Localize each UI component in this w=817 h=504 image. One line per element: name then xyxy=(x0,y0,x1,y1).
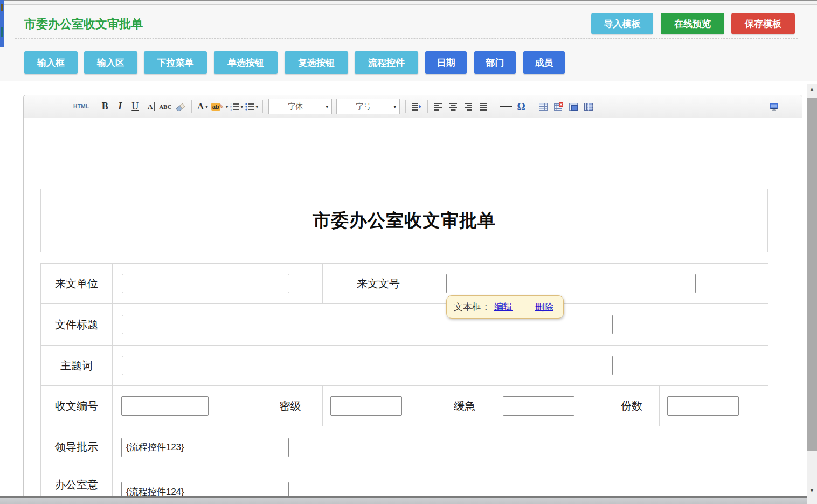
svg-text:3: 3 xyxy=(230,108,232,111)
strikethrough-button[interactable]: ABC xyxy=(159,99,172,114)
toolbar-separator xyxy=(262,100,263,113)
label-receipt-no: 收文编号 xyxy=(41,386,113,426)
editor-toolbar: HTML B I U A ABC A ab✎ 123 字体 xyxy=(24,95,802,118)
highlight-color-button[interactable]: ab✎ xyxy=(211,99,228,114)
label-file-title: 文件标题 xyxy=(41,304,113,346)
bold-button[interactable]: B xyxy=(99,99,112,114)
insert-table-button[interactable] xyxy=(537,99,550,114)
table-row: 文件标题 xyxy=(41,304,768,346)
table-properties-button[interactable] xyxy=(567,99,580,114)
control-checkbox-button[interactable]: 复选按钮 xyxy=(285,51,348,74)
toolbar-separator xyxy=(427,100,428,113)
cell-receipt-no xyxy=(113,386,258,426)
cell-leader-note xyxy=(113,426,768,468)
control-dropdown-button[interactable]: 下拉菜单 xyxy=(144,51,207,74)
align-left-button[interactable] xyxy=(432,99,445,114)
control-process-widget-button[interactable]: 流程控件 xyxy=(355,51,418,74)
unordered-list-icon xyxy=(245,102,254,111)
chevron-down-icon[interactable] xyxy=(390,99,399,114)
subject-input[interactable] xyxy=(122,356,613,375)
ordered-list-button[interactable]: 123 xyxy=(230,99,243,114)
cell-subject xyxy=(113,346,768,386)
sidebar-edge-fragment xyxy=(0,0,4,47)
chevron-down-icon[interactable] xyxy=(322,99,331,114)
secrecy-input[interactable] xyxy=(330,396,402,416)
indent-icon xyxy=(412,102,421,111)
window-bottom-edge xyxy=(0,496,817,504)
insert-table-icon xyxy=(539,102,548,111)
table-properties-icon xyxy=(569,102,578,111)
vertical-scrollbar[interactable] xyxy=(807,84,817,504)
source-unit-input[interactable] xyxy=(122,274,289,293)
cell-file-title xyxy=(113,304,768,346)
scroll-down-arrow-icon[interactable] xyxy=(807,488,817,493)
fullscreen-button[interactable] xyxy=(767,99,780,114)
label-subject: 主题词 xyxy=(41,346,113,386)
unordered-list-button[interactable] xyxy=(245,99,258,114)
online-preview-button[interactable]: 在线预览 xyxy=(661,13,724,34)
widget-tooltip: 文本框： 编辑 删除 xyxy=(446,295,564,319)
delete-table-button[interactable] xyxy=(552,99,565,114)
control-member-button[interactable]: 成员 xyxy=(523,51,565,74)
form-table: 来文单位 来文文号 文件标题 主题词 收文编号 密级 缓急 份数 领导批示 xyxy=(40,263,768,504)
header: 市委办公室收文审批单 导入模板 在线预览 保存模板 输入框 输入区 下拉菜单 单… xyxy=(0,5,817,81)
italic-button[interactable]: I xyxy=(114,99,127,114)
control-input-box-button[interactable]: 输入框 xyxy=(24,51,78,74)
page: 市委办公室收文审批单 导入模板 在线预览 保存模板 输入框 输入区 下拉菜单 单… xyxy=(0,0,817,504)
doc-number-input[interactable] xyxy=(446,274,696,293)
control-date-button[interactable]: 日期 xyxy=(425,51,467,74)
remove-format-button[interactable] xyxy=(174,99,187,114)
save-template-button[interactable]: 保存模板 xyxy=(731,13,795,34)
table-row: 主题词 xyxy=(41,346,768,386)
scroll-up-arrow-icon[interactable] xyxy=(807,86,817,92)
control-input-area-button[interactable]: 输入区 xyxy=(84,51,137,74)
copies-input[interactable] xyxy=(667,396,739,416)
cell-source-unit xyxy=(113,264,323,304)
table-row: 领导批示 xyxy=(41,426,768,468)
monitor-icon xyxy=(769,102,779,111)
control-radio-button[interactable]: 单选按钮 xyxy=(214,51,278,74)
indent-button[interactable] xyxy=(410,99,423,114)
special-character-button[interactable]: Ω xyxy=(515,99,528,114)
label-doc-number: 来文文号 xyxy=(323,264,434,304)
align-left-icon xyxy=(434,102,443,111)
receipt-no-input[interactable] xyxy=(121,396,209,416)
leader-note-input[interactable] xyxy=(121,438,289,457)
control-department-button[interactable]: 部门 xyxy=(474,51,516,74)
cell-secrecy xyxy=(323,386,434,426)
horizontal-rule-button[interactable] xyxy=(500,99,513,114)
label-copies: 份数 xyxy=(604,386,660,426)
ordered-list-icon: 123 xyxy=(230,102,239,111)
align-justify-button[interactable] xyxy=(477,99,490,114)
toolbar-separator xyxy=(191,100,192,113)
delete-link[interactable]: 删除 xyxy=(535,301,553,313)
toolbar-separator xyxy=(405,100,406,113)
label-urgency: 缓急 xyxy=(434,386,495,426)
character-border-button[interactable]: A xyxy=(144,99,157,114)
font-color-button[interactable]: A xyxy=(196,99,209,114)
header-divider xyxy=(15,38,798,39)
align-right-button[interactable] xyxy=(462,99,475,114)
underline-button[interactable]: U xyxy=(129,99,142,114)
cell-properties-button[interactable] xyxy=(582,99,595,114)
import-template-button[interactable]: 导入模板 xyxy=(591,13,653,34)
font-family-select[interactable]: 字体 xyxy=(268,99,332,114)
form-title-cell[interactable]: 市委办公室收文审批单 xyxy=(40,189,768,252)
align-right-icon xyxy=(465,102,473,111)
page-title: 市委办公室收文审批单 xyxy=(24,16,143,32)
font-size-select[interactable]: 字号 xyxy=(336,99,400,114)
toolbar-separator xyxy=(94,100,94,113)
label-secrecy: 密级 xyxy=(258,386,323,426)
table-row: 收文编号 密级 缓急 份数 xyxy=(41,386,768,426)
urgency-input[interactable] xyxy=(503,396,574,416)
align-center-button[interactable] xyxy=(447,99,460,114)
table-row: 来文单位 来文文号 xyxy=(41,264,768,304)
label-source-unit: 来文单位 xyxy=(41,264,113,304)
scrollbar-thumb[interactable] xyxy=(807,98,817,451)
toolbar-separator xyxy=(495,100,495,113)
html-source-button[interactable]: HTML xyxy=(73,99,89,114)
delete-table-icon xyxy=(554,102,563,111)
form-title: 市委办公室收文审批单 xyxy=(313,209,496,233)
edit-link[interactable]: 编辑 xyxy=(494,301,513,313)
align-center-icon xyxy=(449,102,458,111)
